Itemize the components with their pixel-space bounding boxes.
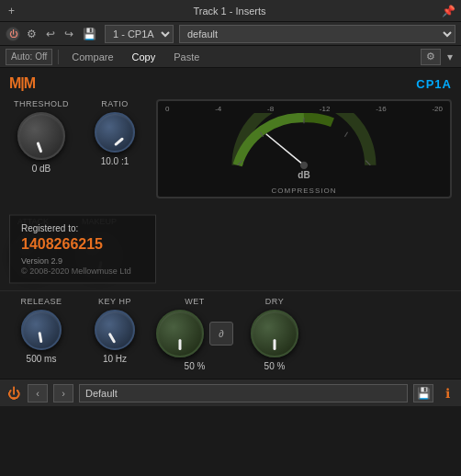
plugin-name-select[interactable]: 1 - CP1A bbox=[105, 25, 174, 43]
plugin-icons: ⏻ ⚙ ↩ ↪ 💾 bbox=[6, 27, 99, 41]
vu-scale-4: -4 bbox=[215, 105, 221, 113]
vu-scale-8: -8 bbox=[267, 105, 274, 113]
registered-to-label: Registered to: bbox=[21, 223, 144, 233]
vu-compression-label: COMPRESSION bbox=[271, 187, 336, 195]
bottom-power-button[interactable]: ⏻ bbox=[6, 385, 22, 402]
preset-name-input[interactable] bbox=[79, 384, 408, 402]
release-label: RELEASE bbox=[20, 297, 62, 306]
dry-group: DRY 50 % bbox=[242, 297, 307, 371]
vu-scale-16: -16 bbox=[376, 105, 387, 113]
key-icon-button[interactable]: ∂ bbox=[209, 322, 233, 346]
toolbar-row: Auto: Off Compare Copy Paste ⚙ ▾ bbox=[0, 46, 461, 68]
registration-number: 1408266215 bbox=[21, 236, 144, 253]
bottom-bar: ⏻ ‹ › 💾 ℹ bbox=[0, 379, 461, 406]
wet-knob[interactable] bbox=[156, 310, 204, 357]
plugin-settings-icon[interactable]: ⚙ bbox=[24, 27, 39, 41]
threshold-value: 0 dB bbox=[32, 164, 51, 174]
wet-section: WET ∂ 50 % bbox=[156, 297, 233, 371]
add-insert-button[interactable]: + bbox=[6, 4, 17, 18]
plugin-header: M|M CP1A bbox=[9, 75, 452, 92]
vu-meter: 0 -4 -8 -12 -16 -20 bbox=[156, 99, 452, 198]
ratio-value: 10.0 :1 bbox=[101, 156, 129, 166]
prev-preset-button[interactable]: ‹ bbox=[28, 384, 48, 402]
plugin-brand: CP1A bbox=[416, 77, 452, 91]
svg-line-5 bbox=[344, 132, 347, 137]
compare-button[interactable]: Compare bbox=[64, 49, 120, 65]
threshold-group: THRESHOLD 0 dB bbox=[9, 99, 73, 198]
plugin-redo-button[interactable]: ↪ bbox=[62, 27, 76, 41]
vu-labels: dB COMPRESSION bbox=[158, 170, 450, 197]
wet-value: 50 % bbox=[185, 361, 206, 371]
ratio-group: RATIO 10.0 :1 bbox=[83, 99, 147, 198]
vu-db-label: dB bbox=[158, 170, 450, 180]
release-group: RELEASE 500 ms bbox=[9, 297, 73, 364]
vu-scale-0: 0 bbox=[165, 105, 169, 113]
bottom-knobs-row: RELEASE 500 ms KEY HP 10 Hz WET ∂ 50 % bbox=[9, 297, 452, 371]
registration-overlay: Registered to: 1408266215 Version 2.9 © … bbox=[9, 215, 156, 284]
svg-point-1 bbox=[300, 162, 308, 169]
ratio-label: RATIO bbox=[101, 99, 128, 108]
threshold-knob[interactable] bbox=[17, 112, 65, 160]
top-controls-row: THRESHOLD 0 dB RATIO 10.0 :1 0 -4 bbox=[9, 99, 452, 198]
save-preset-button[interactable]: 💾 bbox=[413, 384, 433, 402]
plugin-body: M|M CP1A THRESHOLD 0 dB RATIO 10.0 :1 bbox=[0, 68, 461, 208]
plugin-power-button[interactable]: ⏻ bbox=[6, 27, 20, 41]
toolbar-separator bbox=[58, 50, 59, 64]
wet-label: WET bbox=[185, 297, 205, 306]
preset-select[interactable]: default bbox=[179, 25, 455, 43]
paste-button[interactable]: Paste bbox=[166, 49, 207, 65]
threshold-label: THRESHOLD bbox=[14, 99, 69, 108]
plugin-name-row: ⏻ ⚙ ↩ ↪ 💾 1 - CP1A default bbox=[0, 22, 461, 46]
bottom-controls: RELEASE 500 ms KEY HP 10 Hz WET ∂ 50 % bbox=[0, 290, 461, 379]
pin-icon: 📌 bbox=[442, 5, 455, 17]
plugin-undo-button[interactable]: ↩ bbox=[43, 27, 58, 41]
svg-line-0 bbox=[266, 134, 304, 165]
copy-button[interactable]: Copy bbox=[125, 49, 163, 65]
threshold-knob-wrapper bbox=[17, 112, 65, 160]
top-bar: + Track 1 - Inserts 📌 bbox=[0, 0, 461, 22]
plugin-save-icon[interactable]: 💾 bbox=[80, 27, 99, 41]
dry-label: DRY bbox=[265, 297, 284, 306]
key-hp-label: KEY HP bbox=[98, 297, 131, 306]
window-title: Track 1 - Inserts bbox=[23, 6, 436, 17]
ratio-knob[interactable] bbox=[95, 112, 135, 153]
vu-scale-labels: 0 -4 -8 -12 -16 -20 bbox=[158, 101, 450, 113]
auto-button[interactable]: Auto: Off bbox=[6, 49, 52, 65]
vu-scale-20: -20 bbox=[432, 105, 443, 113]
mm-logo: M|M bbox=[9, 75, 35, 92]
dropdown-arrow[interactable]: ▾ bbox=[444, 50, 455, 64]
version-label: Version 2.9 bbox=[21, 256, 144, 266]
info-button[interactable]: ℹ bbox=[439, 385, 455, 402]
vu-arc-svg bbox=[158, 113, 450, 170]
release-knob[interactable] bbox=[21, 310, 62, 350]
dry-value: 50 % bbox=[264, 361, 286, 371]
copyright-label: © 2008-2020 Mellowmuse Ltd bbox=[21, 266, 144, 276]
ratio-knob-wrapper bbox=[95, 112, 135, 153]
key-hp-knob[interactable] bbox=[95, 310, 135, 350]
mid-section: ATTACK MAKEUP Registered to: 1408266215 … bbox=[0, 208, 461, 290]
dry-knob[interactable] bbox=[251, 310, 298, 357]
key-hp-group: KEY HP 10 Hz bbox=[83, 297, 147, 364]
key-hp-value: 10 Hz bbox=[103, 354, 127, 364]
settings-gear-button[interactable]: ⚙ bbox=[421, 49, 441, 65]
vu-scale-12: -12 bbox=[320, 105, 331, 113]
wet-knob-row: ∂ bbox=[156, 310, 233, 357]
next-preset-button[interactable]: › bbox=[53, 384, 73, 402]
release-value: 500 ms bbox=[27, 354, 57, 364]
